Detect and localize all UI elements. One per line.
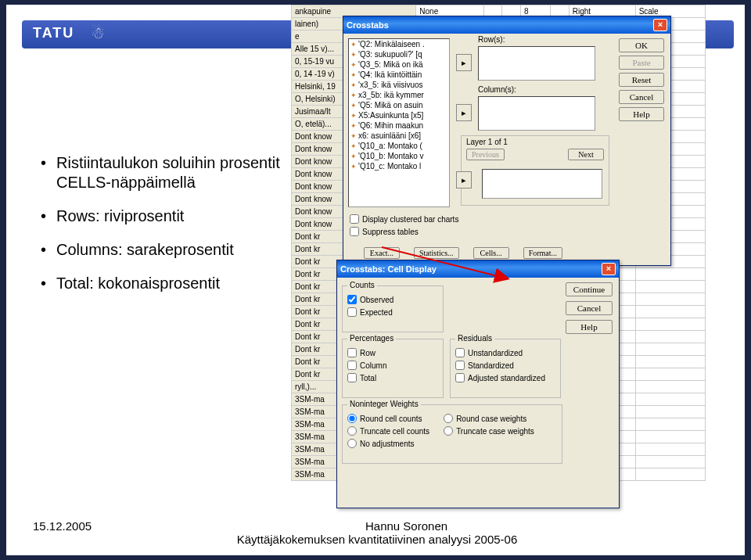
no-adjust-radio[interactable]: No adjustments xyxy=(347,438,429,449)
expected-checkbox[interactable]: Expected xyxy=(347,307,438,318)
bullet-item: Rows: riviprosentit xyxy=(38,206,296,226)
counts-group-label: Counts xyxy=(347,281,377,289)
bullet-item: Total: kokonaisprosentit xyxy=(38,274,296,293)
layer-listbox[interactable] xyxy=(482,169,602,199)
variable-item[interactable]: ✦'Q3_5: Mikä on ikä xyxy=(349,59,449,70)
columns-label: Column(s): xyxy=(478,85,516,94)
column-percent-checkbox[interactable]: Column xyxy=(347,360,438,371)
unstd-checkbox[interactable]: Unstandardized xyxy=(455,347,555,358)
variable-item[interactable]: ✦'Q3: sukupuoli?' [q xyxy=(349,49,449,59)
ok-button[interactable]: OK xyxy=(619,38,664,52)
paste-button[interactable]: Paste xyxy=(619,56,664,70)
display-bar-checkbox[interactable]: Display clustered bar charts xyxy=(350,214,458,224)
weights-group-label: Noninteger Weights xyxy=(347,400,421,408)
move-to-rows-button[interactable]: ▸ xyxy=(456,54,472,71)
cell-cancel-button[interactable]: Cancel xyxy=(566,301,613,315)
truncate-case-radio[interactable]: Truncate case weights xyxy=(444,425,534,436)
variable-item[interactable]: ✦'Q10_a: Montako ( xyxy=(349,141,449,151)
move-to-layer-button[interactable]: ▸ xyxy=(456,171,472,188)
logo: TATU xyxy=(33,25,74,41)
cell-display-dialog: Crosstabs: Cell Display × Counts Observe… xyxy=(336,260,620,508)
slide-bullets: Ristiintaulukon soluihin prosentit CELLS… xyxy=(38,153,296,307)
variable-item[interactable]: ✦'Q5: Mikä on asuin xyxy=(349,100,449,110)
variable-item[interactable]: ✦x6: asuinlääni [x6] xyxy=(349,131,449,141)
variable-item[interactable]: ✦'Q2: Minkälaiseen . xyxy=(349,39,449,49)
row-percent-checkbox[interactable]: Row xyxy=(347,347,438,358)
std-checkbox[interactable]: Standardized xyxy=(455,360,555,371)
mascot-icon: ☃ xyxy=(91,23,105,42)
reset-button[interactable]: Reset xyxy=(619,73,664,87)
variable-item[interactable]: ✦x3_5b: ikä kymmer xyxy=(349,90,449,100)
move-to-cols-button[interactable]: ▸ xyxy=(456,104,472,121)
footer-date: 15.12.2005 xyxy=(33,519,92,533)
round-cell-radio[interactable]: Round cell counts xyxy=(347,413,429,424)
statistics-button[interactable]: Statistics... xyxy=(414,247,459,259)
observed-checkbox[interactable]: Observed xyxy=(347,294,438,305)
next-button[interactable]: Next xyxy=(568,149,604,160)
footer-author: Hannu Soronen xyxy=(365,519,447,533)
bullet-item: Columns: sarakeprosentit xyxy=(38,240,296,260)
cell-display-title: Crosstabs: Cell Display xyxy=(340,260,437,278)
variable-item[interactable]: ✦'x3_5: ikä viisivuos xyxy=(349,80,449,90)
layer-label: Layer 1 of 1 xyxy=(466,138,508,146)
adj-checkbox[interactable]: Adjusted standardized xyxy=(455,372,555,383)
exact-button[interactable]: Exact... xyxy=(364,247,400,259)
percentages-group-label: Percentages xyxy=(347,334,396,343)
variable-item[interactable]: ✦'Q10_b: Montako v xyxy=(349,151,449,161)
rows-listbox[interactable] xyxy=(478,46,595,81)
total-percent-checkbox[interactable]: Total xyxy=(347,372,438,383)
variable-item[interactable]: ✦X5:Asuinkunta [x5] xyxy=(349,110,449,120)
footer-course: Käyttäjäkokemuksen kvantitatiivinen anal… xyxy=(237,533,518,546)
bullet-item: Ristiintaulukon soluihin prosentit CELLS… xyxy=(38,153,296,192)
close-icon[interactable]: × xyxy=(653,19,667,31)
previous-button[interactable]: Previous xyxy=(466,149,505,160)
layer-group: Layer 1 of 1 Previous Next xyxy=(461,135,609,206)
source-variable-list[interactable]: ✦'Q2: Minkälaiseen .✦'Q3: sukupuoli?' [q… xyxy=(348,38,450,207)
round-case-radio[interactable]: Round case weights xyxy=(444,413,534,424)
variable-item[interactable]: ✦'Q10_c: Montako l xyxy=(349,161,449,171)
variable-item[interactable]: ✦'Q4: Ikä kiintöittäin xyxy=(349,70,449,80)
cell-help-button[interactable]: Help xyxy=(566,320,613,334)
truncate-cell-radio[interactable]: Truncate cell counts xyxy=(347,425,429,436)
cells-button[interactable]: Cells... xyxy=(473,247,509,259)
residuals-group-label: Residuals xyxy=(455,334,494,343)
columns-listbox[interactable] xyxy=(478,96,595,131)
help-button[interactable]: Help xyxy=(619,107,664,121)
suppress-tables-checkbox[interactable]: Suppress tables xyxy=(350,226,458,237)
rows-label: Row(s): xyxy=(478,35,505,44)
variable-item[interactable]: ✦'Q6: Mihin maakun xyxy=(349,120,449,131)
cancel-button[interactable]: Cancel xyxy=(619,90,664,104)
crosstabs-dialog: Crosstabs × ✦'Q2: Minkälaiseen .✦'Q3: su… xyxy=(343,16,671,266)
format-button[interactable]: Format... xyxy=(523,247,562,259)
crosstabs-title: Crosstabs xyxy=(347,16,389,34)
close-icon[interactable]: × xyxy=(602,263,616,275)
continue-button[interactable]: Continue xyxy=(566,282,613,296)
